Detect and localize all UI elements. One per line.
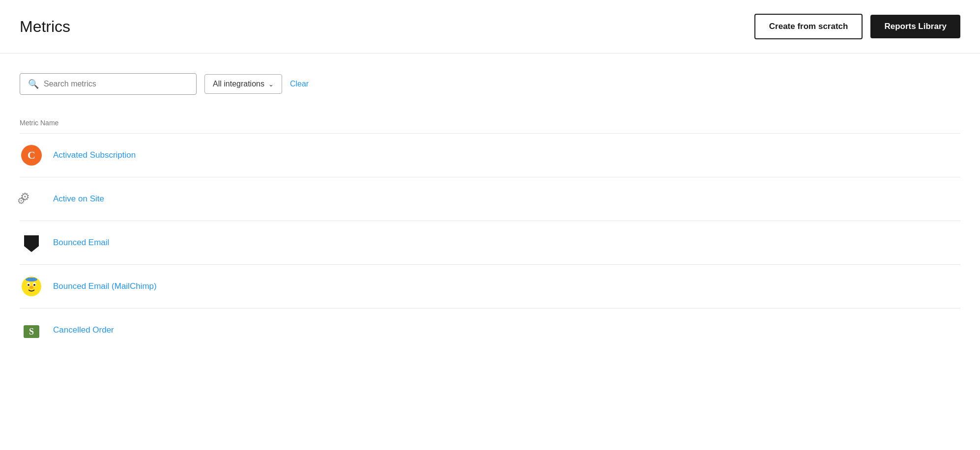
chevron-down-icon: ⌄ [268,81,274,88]
svg-point-8 [33,284,35,286]
header-actions: Create from scratch Reports Library [754,14,960,39]
metric-name-active-on-site: Active on Site [53,194,104,204]
search-icon: 🔍 [28,79,39,89]
table-row[interactable]: Bounced Email [20,221,960,264]
create-from-scratch-button[interactable]: Create from scratch [754,14,863,39]
reports-library-button[interactable]: Reports Library [870,15,960,38]
metric-icon-campaignmonitor: C [20,143,43,167]
metric-icon-flag [20,231,43,254]
metric-name-bounced-email: Bounced Email [53,238,109,248]
metric-icon-shopify: S [20,318,43,342]
svg-rect-2 [24,235,39,246]
metric-icon-gear: ⚙ ⚙ ⚙⚙ [20,187,43,211]
metric-name-bounced-email-mailchimp: Bounced Email (MailChimp) [53,281,157,291]
metrics-table: Metric Name C Activated Subscription ⚙ ⚙… [20,114,960,352]
integrations-dropdown[interactable]: All integrations ⌄ [204,74,282,94]
metric-name-cancelled-order: Cancelled Order [53,325,114,335]
clear-button[interactable]: Clear [290,80,309,88]
metric-name-activated-subscription: Activated Subscription [53,150,136,160]
integrations-label: All integrations [213,80,264,88]
search-wrapper: 🔍 [20,73,197,95]
svg-point-9 [29,286,33,289]
table-row[interactable]: C Activated Subscription [20,133,960,177]
svg-rect-11 [28,278,35,281]
table-row[interactable]: ⚙ ⚙ ⚙⚙ Active on Site [20,177,960,221]
svg-point-7 [28,284,29,286]
page-title: Metrics [20,18,70,36]
table-header: Metric Name [20,114,960,133]
table-row[interactable]: Bounced Email (MailChimp) [20,264,960,308]
svg-text:S: S [29,327,34,337]
metric-icon-mailchimp [20,275,43,298]
search-input[interactable] [44,80,188,88]
svg-marker-3 [24,246,39,252]
filter-row: 🔍 All integrations ⌄ Clear [20,73,960,95]
table-row[interactable]: S Cancelled Order [20,308,960,352]
page-header: Metrics Create from scratch Reports Libr… [0,0,980,54]
svg-text:C: C [28,149,35,161]
column-metric-name: Metric Name [20,119,58,127]
main-content: 🔍 All integrations ⌄ Clear Metric Name C… [0,54,980,371]
